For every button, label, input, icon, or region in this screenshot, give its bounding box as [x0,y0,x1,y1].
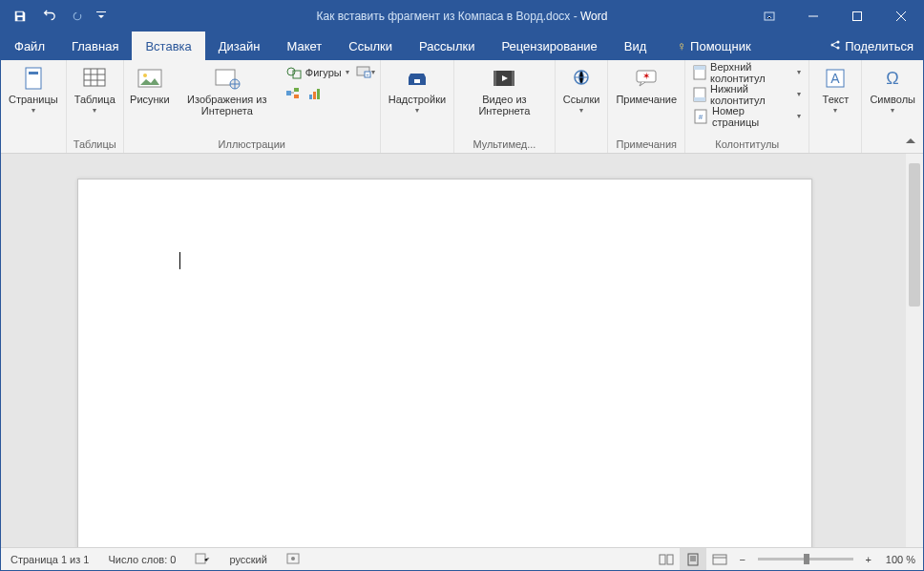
zoom-level[interactable]: 100 % [878,554,923,565]
table-button[interactable]: Таблица ▾ [71,62,119,115]
page-icon [18,65,49,92]
tab-design[interactable]: Дизайн [205,32,274,60]
tab-view[interactable]: Вид [611,32,661,60]
zoom-in-button[interactable]: + [859,554,878,565]
window-controls [747,1,923,32]
svg-rect-26 [512,71,514,86]
spellcheck-button[interactable] [185,548,220,570]
word-count[interactable]: Число слов: 0 [98,548,185,570]
tab-layout[interactable]: Макет [273,32,335,60]
text-cursor [179,252,180,269]
chart-button[interactable] [304,84,326,105]
tell-me-button[interactable]: ♀ Помощник [663,32,764,60]
collapse-ribbon-button[interactable] [902,133,919,150]
svg-rect-33 [694,97,705,101]
omega-icon: Ω [877,65,908,92]
vertical-scrollbar[interactable] [906,154,923,547]
svg-point-13 [287,68,295,75]
picture-icon [135,65,165,92]
shapes-icon [286,65,302,80]
tab-review[interactable]: Рецензирование [488,32,610,60]
document-name: Как вставить фрагмент из Компаса в Ворд.… [317,10,571,23]
online-pictures-button[interactable]: Изображения из Интернета [174,62,281,116]
share-button[interactable]: Поделиться [820,32,923,60]
lightbulb-icon: ♀ [677,39,686,53]
svg-point-10 [143,74,147,77]
quick-access-toolbar [1,3,110,30]
comment-icon: ✶ [631,65,662,92]
group-comments: ✶ Примечание Примечания [608,60,685,153]
close-button[interactable] [879,1,923,32]
group-pages: Страницы ▾ [1,60,67,153]
online-video-button[interactable]: Видео из Интернета [458,62,551,116]
page-number-button[interactable]: # Номер страницы▾ [689,106,805,127]
ribbon-display-options-button[interactable] [747,1,791,32]
link-icon [566,65,597,92]
zoom-slider-handle[interactable] [804,554,809,564]
links-button[interactable]: Ссылки ▾ [559,62,604,115]
svg-rect-43 [667,555,673,564]
zoom-out-button[interactable]: − [733,554,752,565]
qat-customize-button[interactable] [93,3,110,30]
svg-text:Ω: Ω [886,69,898,88]
language-button[interactable]: русский [220,548,276,570]
print-layout-button[interactable] [680,548,706,570]
minimize-button[interactable] [791,1,835,32]
table-icon [79,65,110,92]
maximize-button[interactable] [835,1,879,32]
comment-button[interactable]: ✶ Примечание [612,62,681,105]
text-button[interactable]: A Текст ▾ [813,62,857,115]
svg-rect-2 [853,12,862,21]
save-button[interactable] [7,3,33,30]
online-picture-icon [212,65,242,92]
zoom-slider[interactable] [758,558,853,560]
svg-rect-8 [84,69,105,86]
svg-rect-16 [294,88,299,92]
smartart-button[interactable] [283,84,304,105]
redo-button[interactable] [64,3,91,30]
svg-rect-44 [688,554,698,565]
tab-mailings[interactable]: Рассылки [406,32,488,60]
chevron-down-icon: ▾ [32,106,35,115]
svg-rect-45 [713,555,726,564]
document-page[interactable] [77,179,812,547]
chevron-down-icon: ▾ [579,106,583,115]
page-count[interactable]: Страница 1 из 1 [1,548,98,570]
tab-home[interactable]: Главная [58,32,132,60]
shapes-button[interactable]: Фигуры▾ [283,62,353,83]
macro-icon [286,553,300,566]
svg-text:A: A [831,71,841,86]
scrollbar-thumb[interactable] [909,163,920,307]
pictures-button[interactable]: Рисунки [128,62,172,105]
screenshot-icon: + [356,65,371,81]
group-links: Ссылки ▾ [556,60,609,153]
read-mode-button[interactable] [653,548,680,570]
svg-rect-42 [660,555,665,564]
symbols-button[interactable]: Ω Символы ▾ [866,62,919,115]
tab-file[interactable]: Файл [1,32,58,60]
screenshot-button[interactable]: +▾ [355,62,376,83]
smartart-icon [285,87,301,103]
footer-button[interactable]: Нижний колонтитул▾ [689,84,805,105]
textbox-icon: A [820,65,850,92]
undo-button[interactable] [35,3,62,30]
tab-insert[interactable]: Вставка [132,32,204,60]
group-addins: Надстройки ▾ [381,60,454,153]
group-tables: Таблица ▾ Таблицы [67,60,124,153]
illus-small-col2: +▾ [355,62,376,83]
header-button[interactable]: Верхний колонтитул▾ [689,62,805,83]
macro-button[interactable] [277,548,309,570]
status-bar: Страница 1 из 1 Число слов: 0 русский − … [1,547,923,570]
video-icon [489,65,519,92]
status-right: − + 100 % [653,548,923,570]
tab-references[interactable]: Ссылки [335,32,406,60]
svg-rect-25 [494,71,496,86]
addins-button[interactable]: Надстройки ▾ [385,62,450,115]
pages-button[interactable]: Страницы ▾ [5,62,62,115]
ribbon: Страницы ▾ Таблица ▾ Таблицы Рисунки [1,60,923,154]
chevron-down-icon: ▾ [415,106,419,115]
web-layout-button[interactable] [706,548,733,570]
svg-rect-17 [294,95,299,98]
footer-icon [693,87,706,102]
chevron-down-icon: ▾ [93,106,96,115]
